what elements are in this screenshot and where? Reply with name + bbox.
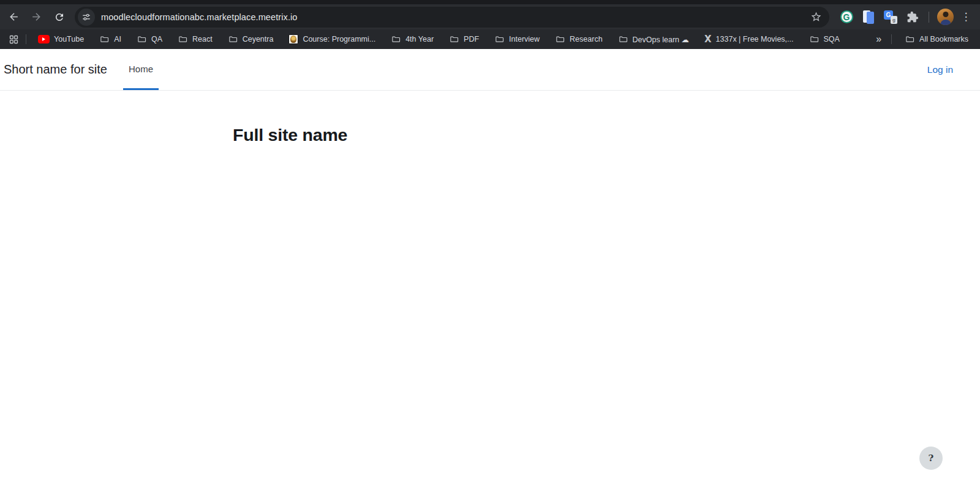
bookmark-folder-ceyentra[interactable]: Ceyentra (222, 32, 279, 47)
grammarly-icon: G (840, 10, 853, 23)
puzzle-icon (907, 11, 919, 23)
window-frame (0, 0, 980, 4)
site-settings-button[interactable] (78, 9, 95, 26)
site-header: Short name for site Home Log in (0, 49, 980, 91)
question-mark-icon: ? (929, 453, 934, 464)
google-translate-icon: G g (884, 10, 897, 24)
back-button[interactable] (2, 7, 25, 28)
grammarly-extension-button[interactable]: G (835, 7, 858, 28)
url-text[interactable]: moodlecloudformationabc.marketplace.meet… (101, 12, 806, 22)
page-viewport: Short name for site Home Log in Full sit… (0, 49, 980, 498)
bookmark-label: 4th Year (405, 35, 434, 43)
bookmark-label: Course: Programmi... (303, 35, 375, 43)
x-site-favicon: X (704, 34, 712, 45)
three-dots-icon: ⋮ (961, 10, 971, 23)
bookmark-folder-4th-year[interactable]: 4th Year (385, 32, 439, 47)
chevron-double-right-icon: » (876, 34, 881, 44)
site-shortname[interactable]: Short name for site (4, 62, 107, 77)
bookmark-label: YouTube (54, 35, 84, 43)
docs-extension-button[interactable] (858, 7, 880, 28)
folder-icon (809, 34, 820, 45)
folder-icon (391, 34, 401, 45)
all-bookmarks-button[interactable]: All Bookmarks (899, 32, 974, 47)
browser-toolbar: moodlecloudformationabc.marketplace.meet… (0, 4, 980, 29)
toolbar-divider (929, 12, 929, 23)
bookmark-label: PDF (464, 35, 479, 43)
reload-button[interactable] (48, 7, 70, 28)
browser-menu-button[interactable]: ⋮ (957, 7, 975, 28)
primary-navigation: Home (123, 49, 159, 90)
tune-icon (81, 12, 91, 22)
bookmark-folder-qa[interactable]: QA (131, 32, 168, 47)
bookmark-youtube[interactable]: YouTube (32, 32, 89, 47)
bookmarks-overflow-button[interactable]: » (871, 34, 886, 45)
bookmark-1337x[interactable]: X 1337x | Free Movies,... (699, 32, 799, 47)
site-fullname-heading: Full site name (233, 91, 747, 145)
bookmark-folder-sqa[interactable]: SQA (804, 32, 845, 47)
folder-icon (99, 34, 110, 45)
bookmark-label: SQA (824, 35, 840, 43)
bookmark-label: QA (151, 35, 162, 43)
extensions-button[interactable] (902, 7, 924, 28)
forward-button[interactable] (25, 7, 48, 28)
blue-pages-icon (862, 10, 875, 24)
apps-grid-button[interactable] (5, 31, 22, 47)
bookmarks-divider (26, 34, 26, 44)
bookmark-folder-react[interactable]: React (172, 32, 218, 47)
avatar-figure (943, 12, 948, 17)
folder-icon (178, 34, 188, 45)
bookmark-label: DevOps learn ☁ (633, 35, 689, 44)
bookmark-label: React (192, 35, 213, 43)
youtube-icon (38, 35, 50, 43)
bookmark-label: 1337x | Free Movies,... (716, 35, 794, 43)
bookmarks-bar: YouTube AI QA React Ceyentra Course: Pro… (0, 29, 980, 49)
folder-icon (555, 34, 565, 45)
reload-icon (54, 12, 65, 23)
help-button[interactable]: ? (919, 447, 943, 470)
all-bookmarks-label: All Bookmarks (919, 35, 968, 43)
main-content: Full site name (233, 91, 747, 145)
folder-icon (905, 34, 915, 45)
bookmark-folder-pdf[interactable]: PDF (443, 32, 484, 47)
login-link[interactable]: Log in (927, 64, 953, 75)
tab-home[interactable]: Home (123, 49, 159, 90)
bookmark-label: Ceyentra (243, 35, 274, 43)
folder-icon (137, 34, 147, 45)
profile-avatar[interactable] (937, 9, 954, 25)
university-crest-favicon (288, 34, 298, 44)
folder-icon (449, 34, 459, 45)
back-arrow-icon (8, 11, 20, 23)
bookmarks-divider (891, 34, 892, 44)
bookmark-folder-research[interactable]: Research (549, 32, 608, 47)
bookmark-label: AI (114, 35, 121, 43)
bookmark-folder-devops[interactable]: DevOps learn ☁ (612, 32, 695, 47)
forward-arrow-icon (31, 11, 42, 23)
bookmark-course[interactable]: Course: Programmi... (283, 32, 381, 47)
folder-icon (494, 34, 505, 45)
address-bar[interactable]: moodlecloudformationabc.marketplace.meet… (75, 7, 829, 28)
bookmark-label: Research (570, 35, 603, 43)
star-icon (810, 11, 822, 23)
folder-icon (228, 34, 238, 45)
bookmark-folder-interview[interactable]: Interview (489, 32, 545, 47)
header-spacer (159, 49, 927, 90)
browser-window: moodlecloudformationabc.marketplace.meet… (0, 0, 980, 498)
folder-icon (618, 34, 628, 45)
bookmark-star-button[interactable] (806, 7, 826, 27)
bookmark-label: Interview (509, 35, 540, 43)
apps-grid-icon (9, 34, 19, 45)
translate-extension-button[interactable]: G g (880, 7, 902, 28)
bookmark-folder-ai[interactable]: AI (94, 32, 127, 47)
